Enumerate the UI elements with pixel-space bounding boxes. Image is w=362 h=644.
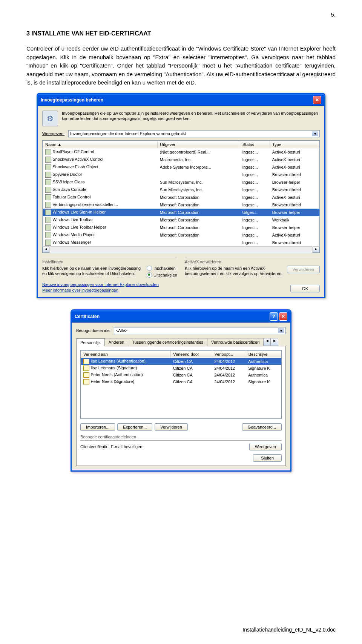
cell: Werkbalk — [270, 216, 319, 224]
table-row[interactable]: Spyware DoctorIngesc...Browseruitbreid — [43, 171, 319, 178]
show-select[interactable]: Invoegtoepassingen die door Internet Exp… — [68, 130, 320, 137]
cell: Microsoft Corporation — [158, 231, 240, 239]
more-info-link[interactable]: Meer informatie over invoegtoepassingen — [42, 288, 159, 292]
table-row[interactable]: Shockwave Flash ObjectAdobe Systems Inco… — [43, 163, 319, 171]
column-header[interactable]: Naam ▲ — [43, 141, 158, 148]
certificate-icon — [83, 359, 89, 364]
section-number: 3 — [26, 30, 30, 37]
cell: Browseruitbreid — [270, 171, 319, 178]
column-header[interactable]: Beschrijve — [246, 350, 281, 358]
help-icon[interactable]: ? — [270, 312, 278, 321]
table-row[interactable]: Windows Live Toolbar HelperMicrosoft Cor… — [43, 224, 319, 231]
table-row[interactable]: RealPlayer G2 Control(Niet gecontroleerd… — [43, 148, 319, 156]
scroll-right-icon[interactable]: ► — [313, 247, 319, 253]
column-header[interactable]: Verleend aan — [81, 350, 171, 358]
certificates-table[interactable]: Verleend aanVerleend doorVerloopt...Besc… — [80, 350, 282, 419]
radio-icon — [147, 272, 152, 278]
addons-titlebar[interactable]: Invoegtoepassingen beheren ✕ — [38, 94, 324, 106]
import-button[interactable]: Importeren... — [80, 423, 115, 431]
table-row[interactable]: Windows MessengerIngesc...Browseruitbrei… — [43, 239, 319, 246]
ok-button[interactable]: OK — [290, 285, 320, 292]
addon-icon — [45, 224, 51, 231]
column-header[interactable]: Type — [270, 141, 319, 148]
addon-name: Shockwave Flash Object — [53, 164, 98, 169]
view-button[interactable]: Weergeven — [249, 443, 282, 450]
disable-radio[interactable]: Uitschakelen — [147, 272, 177, 278]
close-icon[interactable]: ✕ — [313, 96, 321, 104]
show-label: Weergeven: — [42, 131, 64, 136]
cell: Ingesc... — [240, 231, 270, 239]
column-header[interactable]: Uitgever — [158, 141, 240, 148]
close-button[interactable]: Sluiten — [253, 454, 282, 462]
tab-nav-left-icon[interactable]: ◄ — [263, 338, 271, 346]
cell — [158, 171, 240, 178]
addon-icon — [45, 157, 51, 163]
enable-radio-label: Inschakelen — [153, 266, 176, 271]
tab-vertrouwde-basiscertificeri[interactable]: Vertrouwde basiscertificeri — [207, 338, 264, 346]
cell: Citizen CA — [171, 372, 212, 378]
scroll-left-icon[interactable]: ◄ — [43, 247, 49, 253]
horizontal-scrollbar[interactable]: ◄ ► — [43, 246, 319, 253]
table-row[interactable]: Shockwave ActiveX ControlMacromedia, Inc… — [43, 156, 319, 163]
addons-dialog: Invoegtoepassingen beheren ✕ ⚙ Invoegtoe… — [37, 93, 325, 298]
chevron-down-icon: ▾ — [312, 131, 318, 136]
cell: ActiveX-besturi — [270, 163, 319, 171]
table-row[interactable]: Ilse Leemans (Authentication)Citizen CA2… — [81, 358, 281, 365]
column-header[interactable]: Status — [240, 141, 270, 148]
export-button[interactable]: Exporteren... — [117, 423, 152, 431]
download-addons-link[interactable]: Nieuwe invoegtoepassingen voor Internet … — [42, 282, 159, 287]
cell: ActiveX-besturi — [270, 194, 319, 201]
addons-table[interactable]: Naam ▲UitgeverStatusType RealPlayer G2 C… — [42, 140, 320, 253]
remove-button[interactable]: Verwijderen — [287, 266, 320, 273]
enable-radio[interactable]: Inschakelen — [147, 266, 177, 271]
advanced-button[interactable]: Geavanceerd... — [242, 423, 282, 431]
certificates-titlebar[interactable]: Certificaten ? ✕ — [72, 310, 290, 323]
table-row[interactable]: Windows Live ToolbarMicrosoft Corporatio… — [43, 216, 319, 224]
column-header[interactable]: Verloopt... — [212, 350, 246, 358]
addon-icon — [45, 232, 51, 238]
cell: Citizen CA — [171, 358, 212, 365]
column-header[interactable]: Verleend door — [171, 350, 212, 358]
tab-nav-right-icon[interactable]: ► — [271, 338, 278, 346]
table-row[interactable]: SSVHelper ClassSun Microsystems, Inc.Ing… — [43, 178, 319, 186]
addon-name: Windows Messenger — [53, 240, 91, 244]
addon-name: SSVHelper Class — [53, 179, 85, 184]
cell: Macromedia, Inc. — [158, 156, 240, 163]
table-row[interactable]: Peter Neefs (Signature)Citizen CA24/04/2… — [81, 378, 281, 385]
intended-purpose-select[interactable]: <Alle> ▾ — [114, 327, 286, 334]
cell: Ingesc... — [240, 239, 270, 246]
chevron-down-icon: ▾ — [278, 328, 284, 333]
table-row[interactable]: Sun Java ConsoleSun Microsystems, Inc.In… — [43, 186, 319, 194]
addon-name: Windows Live Toolbar — [53, 217, 93, 221]
addons-title: Invoegtoepassingen beheren — [41, 97, 103, 103]
certificates-title: Certificaten — [75, 314, 100, 319]
tab-persoonlijk[interactable]: Persoonlijk — [76, 338, 105, 346]
addon-icon — [45, 179, 51, 185]
table-row[interactable]: Peter Neefs (Authentication)Citizen CA24… — [81, 372, 281, 378]
tab-tussenliggende-certificeringsinstanties[interactable]: Tussenliggende certificeringsinstanties — [128, 338, 207, 346]
table-row[interactable]: Windows Media PlayerMicrosoft Corporatio… — [43, 231, 319, 239]
table-row[interactable]: Ilse Leemans (Signature)Citizen CA24/04/… — [81, 365, 281, 372]
close-icon[interactable]: ✕ — [279, 312, 287, 321]
cert-subject: Peter Neefs (Signature) — [91, 379, 135, 384]
page-number: 5. — [331, 11, 336, 18]
cell: Microsoft Corporation — [158, 209, 240, 216]
table-row[interactable]: Windows Live Sign-in HelperMicrosoft Cor… — [43, 209, 319, 216]
body-paragraph: Controleer of u reeds eerder uw eID-auth… — [26, 45, 336, 87]
cell: Signature K — [246, 378, 281, 385]
disable-radio-label: Uitschakelen — [153, 273, 177, 277]
cell: Ingesc... — [240, 171, 270, 178]
cell: Ingesc... — [240, 148, 270, 156]
tab-anderen[interactable]: Anderen — [104, 338, 129, 346]
remove-cert-button[interactable]: Verwijderen — [155, 423, 187, 431]
addon-icon — [45, 172, 51, 178]
cell: Ingesc... — [240, 194, 270, 201]
cert-subject: Ilse Leemans (Authentication) — [91, 359, 146, 363]
cell: Citizen CA — [171, 365, 212, 372]
cell: 24/04/2012 — [212, 378, 246, 385]
scroll-track[interactable] — [49, 247, 313, 253]
table-row[interactable]: Verbindingsproblemen vaststellen...Micro… — [43, 201, 319, 209]
cell: Uitges... — [240, 209, 270, 216]
cell: Authentica — [246, 358, 281, 365]
table-row[interactable]: Tabular Data ControlMicrosoft Corporatio… — [43, 194, 319, 201]
